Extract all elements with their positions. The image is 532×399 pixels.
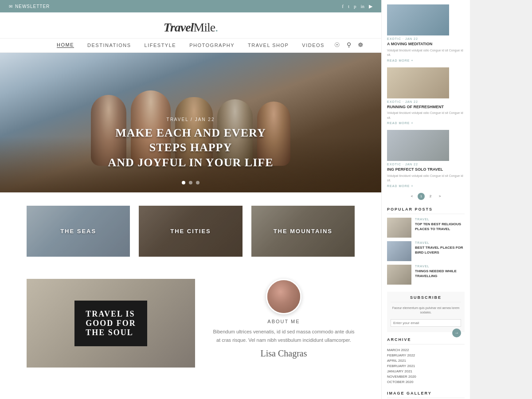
hero-content: TRAVEL / JAN 22 MAKE EACH AND EVERY STEP…	[95, 117, 286, 170]
sidebar-post-meditation: Exotic · JAN 22 A MOVING MEDITATION Volu…	[387, 4, 465, 62]
popular-posts-title: POPULAR POSTS	[387, 207, 465, 214]
next-page[interactable]: >	[436, 193, 443, 200]
board-line3: THE SOUL	[86, 328, 136, 337]
site-header: TravelMile.	[0, 12, 381, 38]
archive-feb-2022[interactable]: FEBRUARY 2022	[387, 353, 465, 357]
hero-tag: TRAVEL / JAN 22	[95, 117, 286, 122]
read-more-2[interactable]: READ MORE +	[387, 121, 465, 125]
post-img-refreshment	[387, 67, 449, 98]
post-cat-2: Exotic · JAN 22	[387, 100, 465, 103]
main-content: NEWSLETTER f t p in ▶ TravelMile. HOME D…	[0, 0, 381, 399]
pinterest-icon[interactable]: p	[354, 4, 356, 9]
category-cities[interactable]: THE CITIES	[139, 206, 242, 257]
popular-post-2[interactable]: TRAVEL BEST TRAVEL PLACES FOR BIRD LOVER…	[387, 241, 465, 261]
about-text: Bibendum ultrices venenatis, id id sed m…	[213, 328, 355, 344]
logo-mile: Mile	[193, 20, 215, 34]
archive-nov-2020[interactable]: NOVEMBER 2020	[387, 375, 465, 379]
logo-travel: Travel	[164, 20, 194, 34]
gallery-title: IMAGE GALLERY	[387, 391, 465, 398]
cart-icon[interactable]: ☸	[358, 41, 364, 49]
facebook-icon[interactable]: f	[342, 4, 344, 9]
search-icon[interactable]: ⚲	[347, 41, 351, 49]
social-links: f t p in ▶	[342, 4, 372, 9]
popular-post-img-2	[387, 241, 411, 261]
category-seas[interactable]: THE SEAS	[27, 206, 130, 257]
about-me-label: ABOUT ME	[267, 319, 300, 324]
post-img-meditation	[387, 4, 449, 35]
popular-post-img-1	[387, 218, 411, 238]
post-desc-1: Volutpat tincidunt volutpat odio Congue …	[387, 48, 465, 58]
page-2[interactable]: 2	[427, 193, 434, 200]
top-bar: NEWSLETTER f t p in ▶	[0, 0, 381, 12]
cities-label: THE CITIES	[139, 206, 242, 257]
popular-post-info-1: TRAVEL TOP TEN BEST RELIGIOUS PLACES TO …	[415, 218, 465, 231]
hero-dot-2[interactable]	[189, 181, 192, 184]
post-cat-1: Exotic · JAN 22	[387, 37, 465, 40]
archive-oct-2020[interactable]: OCTOBER 2020	[387, 380, 465, 384]
archive-section: ARCHIVE MARCH 2022 FEBRUARY 2022 APRIL 2…	[387, 337, 465, 384]
post-cat-3: Exotic · JAN 22	[387, 163, 465, 166]
board-line2: GOOD FOR	[86, 319, 136, 328]
pagination: < 1 2 >	[387, 193, 465, 200]
hero-slider: TRAVEL / JAN 22 MAKE EACH AND EVERY STEP…	[0, 53, 381, 192]
sidebar-right-posts-top: Exotic · JAN 22 A MOVING MEDITATION Volu…	[387, 4, 465, 200]
user-icon[interactable]: ☉	[334, 41, 340, 49]
archive-march-2022[interactable]: MARCH 2022	[387, 348, 465, 352]
archive-feb-2021[interactable]: FEBRUARY 2021	[387, 364, 465, 368]
nav-destinations[interactable]: DESTINATIONS	[87, 43, 131, 48]
nav-videos[interactable]: VIDEOS	[302, 43, 325, 48]
sidebar-post-solo: Exotic · JAN 22 ING PERFECT SOLO TRAVEL …	[387, 130, 465, 188]
hero-title: MAKE EACH AND EVERY STEPS HAPPYAND JOYFU…	[95, 125, 286, 170]
popular-post-title-1: TOP TEN BEST RELIGIOUS PLACES TO TRAVEL	[415, 222, 465, 231]
travel-board: TRAVEL IS GOOD FOR THE SOUL	[74, 301, 147, 346]
newsletter-link[interactable]: NEWSLETTER	[9, 4, 50, 9]
about-section: TRAVEL IS GOOD FOR THE SOUL ABOUT ME Bib…	[0, 270, 381, 381]
author-avatar	[266, 279, 301, 314]
read-more-1[interactable]: READ MORE +	[387, 59, 465, 62]
nav-home[interactable]: HOME	[57, 42, 74, 48]
popular-post-info-2: TRAVEL BEST TRAVEL PLACES FOR BIRD LOVER…	[415, 241, 465, 255]
popular-post-cat-2: TRAVEL	[415, 241, 465, 244]
post-desc-2: Volutpat tincidunt volutpat odio Congue …	[387, 111, 465, 120]
archive-title: ARCHIVE	[387, 337, 465, 344]
post-title-refreshment[interactable]: RUNNING OF REFRESHMENT	[387, 104, 465, 110]
nav-photography[interactable]: PHOTOGRAPHY	[189, 43, 235, 48]
seas-label: THE SEAS	[27, 206, 130, 257]
about-image: TRAVEL IS GOOD FOR THE SOUL	[27, 279, 195, 368]
hero-dot-3[interactable]	[196, 181, 200, 184]
popular-post-cat-1: TRAVEL	[415, 218, 465, 221]
nav-lifestyle[interactable]: LIFESTYLE	[145, 43, 176, 48]
archive-april-2021[interactable]: APRIL 2021	[387, 359, 465, 363]
popular-post-img-3	[387, 265, 411, 285]
subscribe-input[interactable]	[391, 319, 461, 327]
logo-dot: .	[215, 20, 218, 34]
popular-post-cat-3: TRAVEL	[415, 265, 465, 268]
sidebar: Exotic · JAN 22 A MOVING MEDITATION Volu…	[381, 0, 470, 399]
hero-dots	[182, 181, 200, 184]
post-title-solo[interactable]: ING PERFECT SOLO TRAVEL	[387, 167, 465, 172]
read-more-3[interactable]: READ MORE +	[387, 184, 465, 188]
sidebar-post-refreshment: Exotic · JAN 22 RUNNING OF REFRESHMENT V…	[387, 67, 465, 125]
gallery-section: IMAGE GALLERY	[387, 391, 465, 399]
prev-page[interactable]: <	[408, 193, 415, 200]
site-logo[interactable]: TravelMile.	[0, 20, 381, 35]
subscribe-section: SUBSCRIBE Faceur elementum quis pulvinar…	[387, 292, 465, 332]
page-1[interactable]: 1	[418, 193, 425, 200]
youtube-icon[interactable]: ▶	[369, 4, 372, 9]
nav-travel-shop[interactable]: TRAVEL SHOP	[248, 43, 289, 48]
hero-dot-1[interactable]	[182, 181, 185, 184]
subscribe-button[interactable]: →	[452, 329, 461, 337]
instagram-icon[interactable]: in	[360, 4, 364, 9]
popular-post-1[interactable]: TRAVEL TOP TEN BEST RELIGIOUS PLACES TO …	[387, 218, 465, 238]
category-mountains[interactable]: THE MOUNTAINS	[251, 206, 355, 257]
category-section: THE SEAS THE CITIES THE MOUNTAINS	[0, 192, 381, 270]
popular-post-3[interactable]: TRAVEL THINGS NEEDED WHILE TRAVELLING	[387, 265, 465, 285]
twitter-icon[interactable]: t	[348, 4, 349, 9]
post-title-meditation[interactable]: A MOVING MEDITATION	[387, 41, 465, 47]
archive-jan-2021[interactable]: JANUARY 2021	[387, 369, 465, 373]
post-desc-3: Volutpat tincidunt volutpat odio Congue …	[387, 174, 465, 183]
popular-post-title-3: THINGS NEEDED WHILE TRAVELLING	[415, 269, 465, 278]
nav-icons: ☉ ⚲ ☸	[334, 41, 364, 49]
about-right: ABOUT ME Bibendum ultrices venenatis, id…	[213, 279, 355, 359]
subscribe-text: Faceur elementum quis pulvinar est aenea…	[391, 306, 461, 315]
